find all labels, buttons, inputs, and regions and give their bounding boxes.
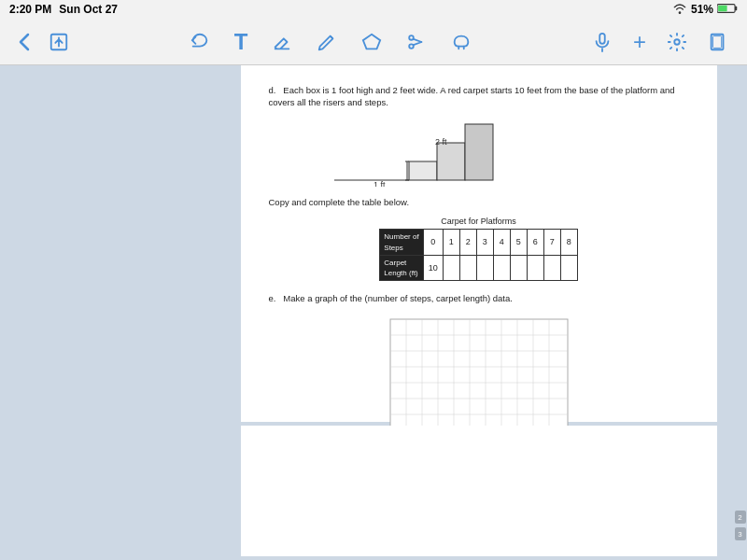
share-button[interactable] xyxy=(45,28,73,56)
steps-header: Number ofSteps xyxy=(380,230,423,255)
svg-rect-2 xyxy=(718,5,727,11)
time-display: 2:20 PM xyxy=(9,3,51,16)
page-2 xyxy=(241,426,717,556)
toolbar-right: + xyxy=(588,25,732,59)
table-section: Carpet for Platforms Number ofSteps 0 1 … xyxy=(269,216,689,281)
col-6: 6 xyxy=(527,230,543,255)
problem-d-text: Each box is 1 foot high and 2 feet wide.… xyxy=(269,85,675,107)
scroll-page-2[interactable]: 2 xyxy=(735,511,746,524)
carpet-length-header: CarpetLength (ft) xyxy=(380,255,423,280)
problem-d-label: d. Each box is 1 foot high and 2 feet wi… xyxy=(269,84,689,109)
svg-rect-1 xyxy=(735,6,737,9)
toolbar-center: T xyxy=(186,25,476,59)
toolbar-left xyxy=(15,28,73,56)
col-2: 2 xyxy=(459,230,476,255)
svg-text:2 ft: 2 ft xyxy=(435,137,447,147)
staircase-diagram: 2 ft 1 ft xyxy=(334,117,512,187)
col-7: 7 xyxy=(543,230,560,255)
battery-display: 51% xyxy=(691,3,713,16)
problem-e-label: e. Make a graph of the (number of steps,… xyxy=(269,292,689,304)
svg-point-8 xyxy=(674,39,680,45)
pages-button[interactable] xyxy=(704,28,732,56)
status-bar: 2:20 PM Sun Oct 27 51% xyxy=(0,0,747,19)
col-4: 4 xyxy=(493,230,510,255)
scroll-page-3[interactable]: 3 xyxy=(735,527,746,540)
carpet-val-4 xyxy=(493,255,510,280)
battery-icon xyxy=(717,3,738,17)
problem-e-text: Make a graph of the (number of steps, ca… xyxy=(283,293,513,303)
day-display: Sun Oct 27 xyxy=(59,3,118,16)
svg-rect-12 xyxy=(409,161,437,180)
carpet-val-6 xyxy=(527,255,543,280)
col-0: 0 xyxy=(423,230,443,255)
pen-button[interactable] xyxy=(313,28,341,56)
carpet-val-2 xyxy=(459,255,476,280)
copy-table-text: Copy and complete the table below. xyxy=(269,196,689,208)
lasso-button[interactable] xyxy=(447,28,475,56)
table-title: Carpet for Platforms xyxy=(269,216,689,228)
col-8: 8 xyxy=(560,230,577,255)
problem-d-letter: d. xyxy=(269,85,281,95)
carpet-val-7 xyxy=(543,255,560,280)
scissors-button[interactable] xyxy=(402,28,430,56)
carpet-val-8 xyxy=(560,255,577,280)
carpet-val-0: 10 xyxy=(423,255,443,280)
svg-rect-10 xyxy=(713,35,722,48)
back-button[interactable] xyxy=(15,29,34,55)
eraser-button[interactable] xyxy=(268,28,296,56)
svg-marker-4 xyxy=(363,34,380,49)
col-1: 1 xyxy=(443,230,459,255)
svg-rect-13 xyxy=(437,143,465,180)
main-content: d. Each box is 1 foot high and 2 feet wi… xyxy=(0,65,747,560)
left-panel xyxy=(0,65,224,560)
carpet-val-5 xyxy=(510,255,527,280)
status-left: 2:20 PM Sun Oct 27 xyxy=(9,3,118,16)
undo-button[interactable] xyxy=(186,28,214,56)
add-button[interactable]: + xyxy=(629,25,650,59)
carpet-val-1 xyxy=(443,255,459,280)
col-5: 5 xyxy=(510,230,527,255)
settings-button[interactable] xyxy=(663,28,691,56)
highlight-button[interactable] xyxy=(358,28,386,56)
wifi-icon xyxy=(672,3,687,17)
carpet-val-3 xyxy=(476,255,493,280)
problem-e-letter: e. xyxy=(269,293,281,303)
svg-text:1 ft: 1 ft xyxy=(374,180,386,187)
page-1: d. Each box is 1 foot high and 2 feet wi… xyxy=(241,65,717,422)
svg-rect-14 xyxy=(465,124,493,180)
toolbar: T + xyxy=(0,19,747,65)
svg-rect-7 xyxy=(599,33,605,43)
text-tool-button[interactable]: T xyxy=(231,25,252,59)
content-area[interactable]: d. Each box is 1 foot high and 2 feet wi… xyxy=(224,65,733,560)
carpet-table: Number ofSteps 0 1 2 3 4 5 6 7 8 CarpetL… xyxy=(379,229,577,281)
microphone-button[interactable] xyxy=(588,28,616,56)
status-right: 51% xyxy=(672,3,738,17)
col-3: 3 xyxy=(476,230,493,255)
right-panel: 2 3 xyxy=(733,65,747,560)
